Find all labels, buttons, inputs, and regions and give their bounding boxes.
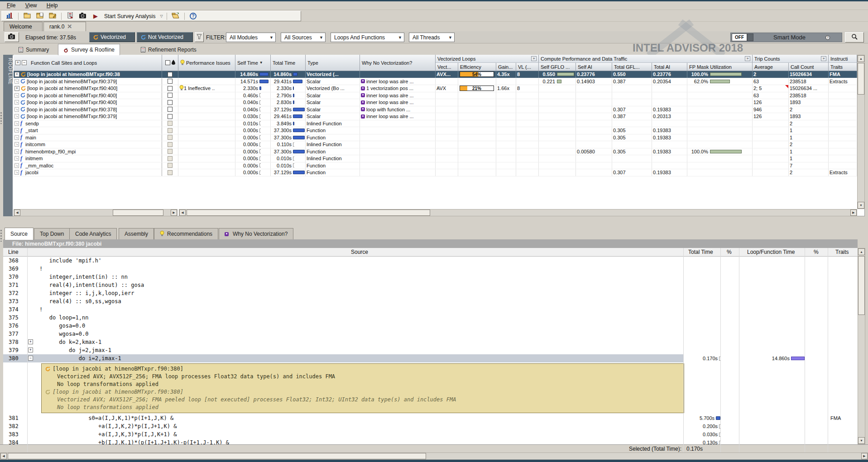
column-header-self-time[interactable]: Self Time▼: [235, 55, 271, 71]
group-header-instruction[interactable]: Instructi: [829, 55, 857, 63]
column-header-why-no-vectorization[interactable]: Why No Vectorization?: [360, 55, 436, 71]
row-checkbox[interactable]: [168, 114, 173, 119]
goto-source-icon[interactable]: ↘: [14, 163, 19, 168]
open-file-button[interactable]: [171, 12, 181, 21]
new-project-button[interactable]: [22, 12, 32, 21]
start-analysis-play-icon[interactable]: ▶: [91, 12, 101, 21]
percent-column-header[interactable]: %: [727, 249, 732, 255]
table-row[interactable]: ↘fmain0.000s37.300sFunction0.3050.193831: [14, 134, 857, 142]
column-header-total-ai[interactable]: Total AI: [652, 63, 687, 71]
snapshot-camera-button[interactable]: [5, 32, 19, 42]
table-row[interactable]: ↘fhimenobmtxp_f90_mpi0.000s37.300sFuncti…: [14, 148, 857, 156]
search-button[interactable]: [845, 32, 864, 43]
column-header-total-time[interactable]: Total Time: [271, 55, 306, 71]
row-checkbox[interactable]: [168, 100, 173, 105]
expand-group-icon[interactable]: »: [531, 56, 537, 61]
table-row[interactable]: +[loop in jacobi at himenoBMTxpr.f90:381…: [14, 71, 857, 78]
source-line[interactable]: 378+ do k=2,kmax-1: [3, 338, 858, 346]
row-checkbox[interactable]: [168, 135, 173, 140]
table-row[interactable]: ↘f_mm_malloc0.000s0.010sFunction7: [14, 162, 857, 170]
menu-help[interactable]: Help: [43, 1, 62, 10]
expander-icon[interactable]: +: [14, 86, 19, 91]
splitter-handle[interactable]: [0, 230, 2, 242]
smart-mode-toggle[interactable]: OFF Smart Mode ?: [730, 33, 842, 42]
group-header-vectorized-loops[interactable]: Vectorized Loops»: [436, 55, 539, 63]
row-checkbox[interactable]: [168, 163, 173, 168]
column-header-gain[interactable]: Gain...: [496, 63, 516, 71]
goto-source-icon[interactable]: ↘: [14, 142, 19, 147]
goto-source-icon[interactable]: ↘: [14, 93, 19, 98]
scroll-down-icon[interactable]: ▼: [858, 202, 864, 209]
source-line[interactable]: 376 gosa=0.0: [3, 322, 858, 330]
expand-group-icon[interactable]: »: [821, 56, 826, 61]
scrollbar-thumb[interactable]: [858, 63, 864, 95]
tab-recommendations[interactable]: Recommendations: [154, 228, 218, 239]
source-line[interactable]: 384 +b(I,J,K,1)*(p(I+1,J+1,K)-p(I+1,J-1,…: [3, 438, 858, 444]
horizontal-scrollbar-bottom[interactable]: ◀ ▶: [0, 452, 868, 460]
vertical-scrollbar-main[interactable]: ▲ ▼: [857, 55, 865, 209]
scroll-right-icon[interactable]: ▶: [171, 210, 177, 216]
start-analysis-button[interactable]: Start Survey Analysis: [104, 13, 155, 19]
column-header-vect[interactable]: Vect...: [436, 63, 458, 71]
column-header-efficiency[interactable]: Efficiency: [458, 63, 496, 71]
column-header-performance-issues[interactable]: Performance Issues: [178, 55, 235, 71]
scrollbar-thumb[interactable]: [113, 210, 163, 216]
row-checkbox[interactable]: [168, 121, 173, 126]
goto-source-icon[interactable]: ↘: [14, 128, 19, 133]
scroll-left-icon[interactable]: ◀: [0, 453, 7, 459]
column-header-checkbox[interactable]: [162, 55, 178, 71]
code-expander-icon[interactable]: +: [28, 348, 33, 352]
scroll-up-icon[interactable]: ▲: [858, 55, 864, 62]
source-line[interactable]: 375 do loop=1,nn: [3, 314, 858, 322]
sources-dropdown[interactable]: All Sources▼: [281, 33, 326, 42]
group-header-trip-counts[interactable]: Trip Counts»: [753, 55, 829, 63]
code-expander-icon[interactable]: −: [28, 356, 33, 361]
table-row[interactable]: ↘[loop in jacobi at himenoBMTxpr.f90:379…: [14, 78, 857, 86]
help-button[interactable]: ?: [188, 12, 198, 21]
row-checkbox[interactable]: [168, 93, 173, 98]
start-analysis-dropdown-icon[interactable]: ▽: [160, 14, 163, 18]
table-row[interactable]: ↘[loop in jacobi at himenoBMTxpr.f90:400…: [14, 99, 857, 106]
menu-view[interactable]: View: [21, 1, 41, 10]
open-result-button[interactable]: [5, 12, 14, 21]
splitter-handle[interactable]: [0, 112, 2, 124]
source-line[interactable]: 368 include 'mpif.h': [3, 257, 858, 265]
table-row[interactable]: ↘[loop in jacobi at himenoBMTxpr.f90:400…: [14, 92, 857, 100]
table-row[interactable]: ↘f_start0.000s37.300sFunction0.3050.1938…: [14, 127, 857, 134]
column-header-average[interactable]: Average: [753, 63, 789, 71]
code-expander-icon[interactable]: +: [28, 339, 33, 344]
scroll-left-icon[interactable]: ◀: [179, 210, 186, 216]
table-row[interactable]: ↘fsendp0.010s3.849sInlined Function2: [14, 120, 857, 128]
vertical-scrollbar-source[interactable]: ▲ ▼: [858, 248, 865, 444]
percent2-column-header[interactable]: %: [814, 249, 819, 255]
column-header-self-gflops[interactable]: Self GFLO ...: [539, 63, 576, 71]
column-header-total-gflops[interactable]: Total GFL...: [612, 63, 652, 71]
source-line[interactable]: 374!: [3, 305, 858, 314]
row-checkbox[interactable]: [168, 79, 173, 84]
goto-source-icon[interactable]: ↘: [14, 79, 19, 84]
scrollbar-thumb[interactable]: [187, 210, 430, 216]
edit-project-button[interactable]: [48, 12, 58, 21]
horizontal-scrollbar-left-pane[interactable]: ◀ ▶: [14, 209, 177, 216]
source-line[interactable]: 382 +a(I,J,K,2)*p(I,J+1,K) &0.200s: [3, 422, 858, 430]
filter-funnel-button[interactable]: [195, 32, 204, 42]
line-column-header[interactable]: Line: [8, 249, 19, 255]
column-header-fp-mask[interactable]: FP Mask Utilization: [687, 63, 753, 71]
tab-why-no-vectorization[interactable]: Why No Vectorization?: [219, 228, 293, 239]
group-header-compute-performance[interactable]: Compute Performance and Data Traffic»: [539, 55, 753, 63]
source-line[interactable]: 383 +a(I,J,K,3)*p(I,J,K+1) &0.030s: [3, 430, 858, 438]
column-header-call-count[interactable]: Call Count: [789, 63, 829, 71]
source-line[interactable]: 379+ do j=2,jmax-1: [3, 346, 858, 354]
column-header-traits[interactable]: Traits: [829, 63, 857, 71]
column-header-function[interactable]: + − Function Call Sites and Loops: [14, 55, 162, 71]
source-line[interactable]: 380− do i=2,imax-10.170s14.860s: [3, 354, 858, 362]
report-button[interactable]: [65, 12, 75, 21]
row-checkbox[interactable]: [168, 156, 173, 161]
source-line[interactable]: 371 real(4),intent(inout) :: gosa: [3, 281, 858, 289]
table-row[interactable]: ↘fjacobi0.000s37.129sFunction0.3070.1938…: [14, 169, 857, 176]
scrollbar-thumb[interactable]: [858, 256, 865, 315]
modules-dropdown[interactable]: All Modules▼: [226, 33, 276, 42]
threads-dropdown[interactable]: All Threads▼: [409, 33, 455, 42]
goto-source-icon[interactable]: ↘: [14, 135, 19, 140]
roofline-vertical-tab[interactable]: ROOFLINE: [3, 55, 13, 216]
